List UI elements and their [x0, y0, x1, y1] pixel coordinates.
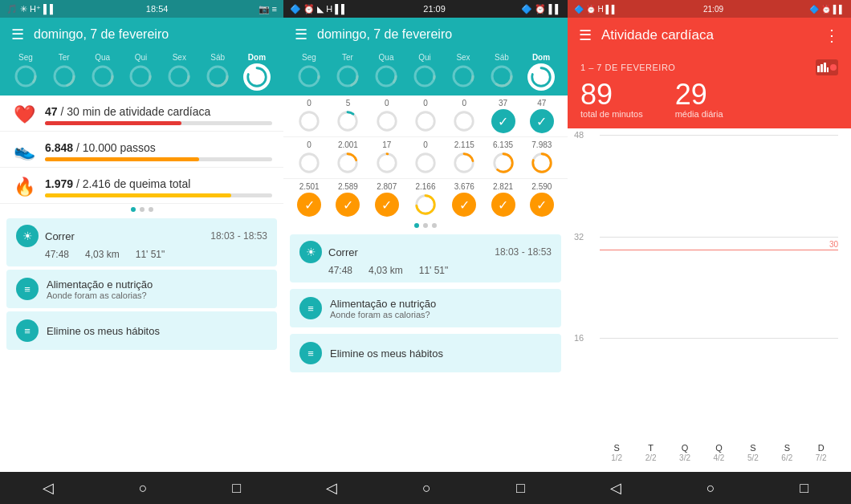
- bars-container: [600, 135, 838, 440]
- day-sab-1[interactable]: Sáb: [205, 53, 230, 91]
- activity-name-2: Correr: [328, 246, 358, 258]
- dot-0-2: [414, 223, 419, 228]
- metric-bar-fill-cardio-1: [45, 121, 181, 125]
- day-label-ter-1: Ter: [59, 53, 70, 62]
- day-qui-2[interactable]: Qui: [412, 53, 438, 91]
- activity-duration-1: 47:48: [45, 249, 69, 260]
- back-button-2[interactable]: ◁: [310, 473, 353, 503]
- status-left-2: 🔷 ⏰ ◣ H ▌▌: [290, 4, 348, 14]
- activity-name-1: Correr: [45, 230, 75, 242]
- panel-3: 🔷 ⏰ H ▌▌ 21:09 🔷 ⏰ ▌▌ ☰ Atividade cardía…: [568, 0, 851, 504]
- metric-steps-1: 👟 6.848 / 10.000 passos: [0, 132, 283, 168]
- day-qua-2[interactable]: Qua: [373, 53, 399, 91]
- activity-card-run-1[interactable]: ☀ Correr 18:03 - 18:53 47:48 4,03 km 11'…: [6, 218, 277, 266]
- activity-pace-1: 11' 51": [136, 249, 165, 260]
- day-sex-1[interactable]: Sex: [166, 53, 192, 91]
- metric-bar-fill-steps-1: [45, 157, 199, 161]
- habits-card-1[interactable]: ≡ Elimine os meus hábitos: [6, 311, 277, 350]
- x-label-0: S1/2: [611, 443, 622, 462]
- status-right-3: 🔷 ⏰ ▌▌: [809, 5, 845, 14]
- activity-pace-2: 11' 51": [419, 265, 449, 276]
- svg-rect-48: [817, 66, 820, 72]
- nutrition-sub-1: Aonde foram as calorias?: [47, 291, 153, 300]
- x-label-1: T2/2: [645, 443, 657, 462]
- back-button-3[interactable]: ◁: [594, 473, 637, 503]
- habits-card-2[interactable]: ≡ Elimine os meus hábitos: [290, 334, 561, 372]
- menu-icon-3[interactable]: ☰: [579, 26, 592, 44]
- day-label-sab-1: Sáb: [210, 53, 225, 62]
- metric-title-cardio-1: 47 / 30 min de atividade cardíaca: [45, 105, 272, 118]
- status-left-3: 🔷 ⏰ H ▌▌: [574, 5, 617, 14]
- day-qui-1[interactable]: Qui: [128, 53, 153, 91]
- nutrition-card-1[interactable]: ≡ Alimentação e nutrição Aonde foram as …: [6, 270, 277, 308]
- activity-time-1: 18:03 - 18:53: [210, 230, 267, 242]
- week-row-1: Seg Ter Qua Qui Sex Sáb Dom: [0, 50, 283, 96]
- status-time-1: 18:54: [146, 4, 169, 14]
- day-ter-2[interactable]: Ter: [335, 53, 360, 91]
- habits-title-2: Elimine os meus hábitos: [330, 348, 443, 360]
- day-sex-2[interactable]: Sex: [450, 53, 476, 91]
- day-label-seg-1: Seg: [18, 53, 33, 62]
- cardiac-period: 1 – 7 DE FEVEREIRO: [580, 59, 838, 75]
- header-title-1: domingo, 7 de fevereiro: [34, 27, 169, 42]
- chart-toggle-icon[interactable]: [816, 59, 838, 75]
- menu-icon-2[interactable]: ☰: [295, 26, 307, 43]
- menu-icon-1[interactable]: ☰: [11, 26, 24, 43]
- activity-card-run-2[interactable]: ☀ Correr 18:03 - 18:53 47:48 4,03 km 11'…: [290, 234, 561, 282]
- habits-icon-2: ≡: [299, 342, 322, 364]
- header-1: ☰ domingo, 7 de fevereiro: [0, 18, 283, 50]
- day-sab-2[interactable]: Sáb: [489, 53, 515, 91]
- heart-icon-1: ❤️: [11, 102, 37, 128]
- recents-button-1[interactable]: □: [216, 474, 257, 503]
- metric-bar-cardio-1: [45, 121, 272, 125]
- home-button-1[interactable]: ○: [123, 474, 164, 503]
- status-left-icons: 🎵 ✳ H⁺ ▌▌: [6, 4, 56, 14]
- habits-title-1: Elimine os meus hábitos: [47, 325, 160, 337]
- svg-point-14: [299, 67, 319, 86]
- nutrition-card-2[interactable]: ≡ Alimentação e nutrição Aonde foram as …: [290, 289, 561, 327]
- total-minutes-stat: 89 total de minutos: [580, 80, 643, 119]
- habits-icon-1: ≡: [16, 319, 39, 342]
- svg-point-31: [377, 112, 396, 131]
- total-minutes-label: total de minutos: [580, 109, 643, 119]
- calories-grid-row-2: 2.501 2.589 2.807 2.166 3.676 2.821 2.59…: [283, 178, 568, 220]
- metric-info-steps-1: 6.848 / 10.000 passos: [45, 141, 272, 161]
- fire-icon-1: 🔥: [11, 174, 37, 200]
- header-2: ☰ domingo, 7 de fevereiro: [283, 18, 568, 50]
- x-axis: S1/2T2/2Q3/2Q4/2S5/2S6/2D7/2: [600, 440, 838, 472]
- metric-bar-fill-calories-1: [45, 193, 231, 197]
- steps-grid-row-2: 0 2.001 17 0 2.115 6.135 7.983: [283, 136, 568, 178]
- home-button-2[interactable]: ○: [406, 474, 447, 503]
- panel-2: 🔷 ⏰ ◣ H ▌▌ 21:09 🔷 ⏰ ▌▌ ☰ domingo, 7 de …: [283, 0, 568, 504]
- more-icon[interactable]: ⋮: [824, 26, 840, 45]
- recents-button-3[interactable]: □: [784, 474, 825, 503]
- nutrition-title-2: Alimentação e nutrição: [330, 298, 436, 310]
- recents-button-2[interactable]: □: [500, 474, 541, 503]
- day-seg-1[interactable]: Seg: [13, 53, 39, 91]
- status-time-2: 21:09: [423, 4, 446, 14]
- svg-point-33: [455, 112, 474, 131]
- back-button-1[interactable]: ◁: [26, 473, 70, 503]
- avg-daily-stat: 29 média diária: [675, 80, 723, 119]
- dot-2-2: [432, 223, 437, 228]
- dot-1-1: [140, 207, 145, 212]
- nav-bar-1: ◁ ○ □: [0, 472, 283, 504]
- dot-indicator-1: [0, 204, 283, 215]
- svg-point-0: [16, 67, 35, 86]
- x-label-5: S6/2: [781, 443, 792, 462]
- home-button-3[interactable]: ○: [690, 474, 731, 503]
- day-label-qui-1: Qui: [135, 53, 148, 62]
- day-seg-2[interactable]: Seg: [296, 53, 322, 91]
- day-dom-1[interactable]: Dom: [243, 53, 271, 91]
- svg-rect-50: [824, 63, 826, 72]
- nav-bar-3: ◁ ○ □: [568, 472, 851, 504]
- day-ter-1[interactable]: Ter: [51, 53, 77, 91]
- x-label-4: S5/2: [747, 443, 759, 462]
- nav-bar-2: ◁ ○ □: [283, 472, 568, 504]
- panel-1: 🎵 ✳ H⁺ ▌▌ 18:54 📷 ≡ ☰ domingo, 7 de feve…: [0, 0, 283, 504]
- metric-calories-1: 🔥 1.979 / 2.416 de queima total: [0, 168, 283, 204]
- day-qua-1[interactable]: Qua: [90, 53, 116, 91]
- x-label-2: Q3/2: [679, 443, 690, 462]
- svg-point-22: [454, 67, 473, 86]
- day-dom-2[interactable]: Dom: [527, 53, 555, 91]
